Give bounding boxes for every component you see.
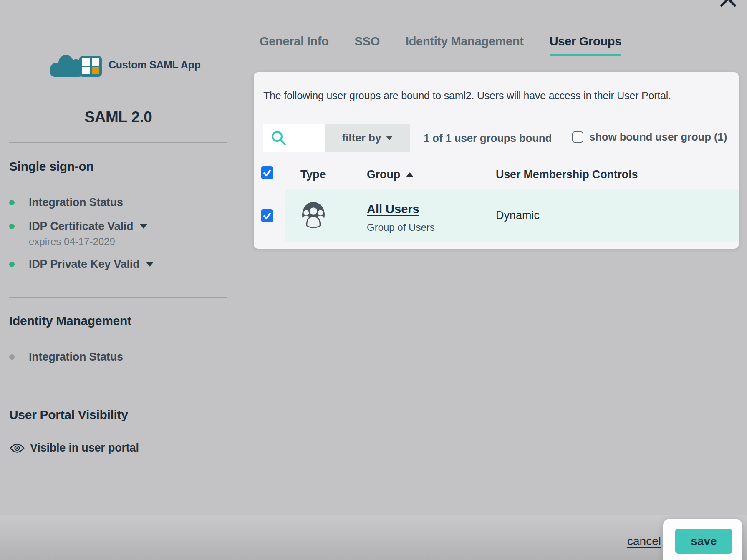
section-title-identity-management: Identity Management xyxy=(9,314,131,328)
panel-description: The following user groups are bound to s… xyxy=(263,90,671,102)
search-filter-group: filter by xyxy=(263,124,410,152)
close-icon[interactable] xyxy=(719,0,738,8)
tab-general-info[interactable]: General Info xyxy=(260,34,329,56)
row-checkbox[interactable] xyxy=(261,209,273,222)
show-bound-label: show bound user group (1) xyxy=(589,131,727,144)
user-groups-panel: The following user groups are bound to s… xyxy=(254,72,739,249)
select-all-checkbox[interactable] xyxy=(261,166,273,179)
section-title-user-portal-visibility: User Portal Visibility xyxy=(9,408,128,422)
filter-by-dropdown[interactable]: filter by xyxy=(325,124,410,152)
tab-identity-management[interactable]: Identity Management xyxy=(406,34,524,56)
chevron-down-icon[interactable] xyxy=(146,262,154,267)
eye-icon xyxy=(9,443,25,453)
app-logo: Custom SAML App xyxy=(49,52,201,78)
bound-groups-summary: 1 of 1 user groups bound xyxy=(424,132,552,145)
checkmark-icon xyxy=(262,210,273,221)
app-logo-label: Custom SAML App xyxy=(109,59,201,71)
group-name-link[interactable]: All Users xyxy=(367,202,419,216)
column-header-group[interactable]: Group xyxy=(367,168,414,181)
status-dot-green-icon xyxy=(9,200,15,205)
status-dot-gray-icon xyxy=(9,354,15,360)
checkmark-icon xyxy=(262,167,273,178)
text-caret xyxy=(300,132,300,144)
sidebar-item-idp-private-key-valid[interactable]: IDP Private Key Valid xyxy=(9,258,154,271)
certificate-expiry-text: expires 04-17-2029 xyxy=(29,236,115,247)
sort-ascending-icon xyxy=(406,172,414,177)
tab-sso[interactable]: SSO xyxy=(355,34,380,56)
chevron-down-icon xyxy=(386,136,393,140)
cloud-grid-app-logo-icon xyxy=(49,52,103,78)
membership-control-value: Dynamic xyxy=(496,209,540,222)
show-bound-user-group-toggle[interactable]: show bound user group (1) xyxy=(572,131,727,144)
save-button-card: save xyxy=(663,519,742,560)
column-header-group-label: Group xyxy=(367,168,400,181)
sidebar-item-visible-in-user-portal: Visible in user portal xyxy=(9,441,139,454)
status-dot-green-icon xyxy=(9,262,15,267)
search-input[interactable] xyxy=(263,124,325,152)
chevron-down-icon[interactable] xyxy=(140,224,147,229)
status-dot-green-icon xyxy=(9,224,15,229)
filter-by-label: filter by xyxy=(342,131,381,144)
search-icon xyxy=(271,131,286,146)
cancel-button[interactable]: cancel xyxy=(627,535,661,548)
column-header-user-membership-controls[interactable]: User Membership Controls xyxy=(496,168,638,181)
sidebar-item-idp-certificate-valid[interactable]: IDP Certificate Valid xyxy=(9,220,147,233)
section-title-single-sign-on: Single sign-on xyxy=(9,159,93,174)
column-header-type[interactable]: Type xyxy=(300,168,326,181)
sidebar: Custom SAML App SAML 2.0 Single sign-on … xyxy=(0,0,234,515)
sidebar-item-idm-integration-status: Integration Status xyxy=(9,351,123,363)
show-bound-checkbox[interactable] xyxy=(572,131,583,143)
sidebar-item-sso-integration-status: Integration Status xyxy=(9,196,123,209)
sidebar-divider xyxy=(9,142,227,143)
group-type-text: Group of Users xyxy=(367,222,435,233)
tab-bar: General Info SSO Identity Management Use… xyxy=(260,34,621,56)
protocol-title: SAML 2.0 xyxy=(9,108,227,126)
tab-user-groups[interactable]: User Groups xyxy=(550,34,621,56)
user-group-avatar-icon xyxy=(302,202,325,230)
sidebar-divider xyxy=(9,297,227,298)
save-button[interactable]: save xyxy=(675,529,732,554)
sidebar-divider xyxy=(9,391,227,391)
